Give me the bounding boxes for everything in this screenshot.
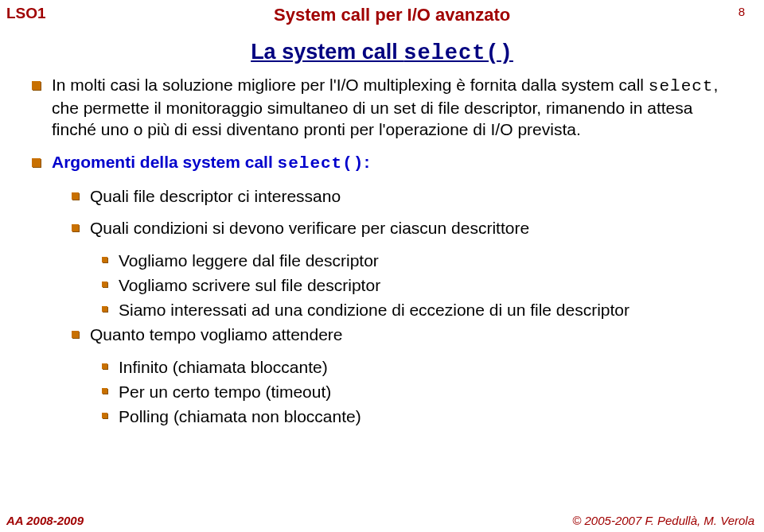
list-item-text: Quali condizioni si devono verificare pe…: [90, 218, 529, 239]
slide-content: In molti casi la soluzione migliore per …: [0, 65, 764, 427]
list-item-text: Per un certo tempo (timeout): [119, 382, 331, 403]
slide-footer: AA 2008-2009 © 2005-2007 F. Pedullà, M. …: [6, 514, 754, 527]
list-item-text: Argomenti della system call select():: [52, 152, 369, 175]
body-text: In molti casi la soluzione migliore per …: [52, 76, 649, 94]
bullet-icon: [72, 192, 79, 200]
title-code: select(): [403, 41, 513, 65]
body-text: Argomenti della system call: [52, 153, 278, 171]
header-topic: System call per I/O avanzato: [274, 5, 510, 25]
list-item-text: Polling (chiamata non bloccante): [119, 406, 361, 428]
bullet-icon: [72, 331, 79, 338]
academic-year: AA 2008-2009: [6, 514, 84, 527]
section-heading: Argomenti della system call select():: [52, 153, 369, 171]
body-text: :: [364, 153, 369, 171]
list-item: Vogliamo scrivere sul file descriptor: [102, 275, 732, 297]
list-item-text: Siamo interessati ad una condizione di e…: [119, 300, 630, 321]
title-prefix: La system call: [251, 40, 403, 64]
code-text: select(): [278, 154, 364, 173]
list-item: Per un certo tempo (timeout): [102, 382, 732, 403]
sub-sub-list: Infinito (chiamata bloccante)Per un cert…: [102, 357, 732, 428]
bullet-icon: [102, 413, 107, 418]
list-item: Vogliamo leggere dal file descriptor: [102, 250, 732, 272]
list-item-text: Vogliamo leggere dal file descriptor: [119, 250, 379, 272]
list-item-text: In molti casi la soluzione migliore per …: [52, 75, 732, 141]
sub-sub-list: Vogliamo leggere dal file descriptorVogl…: [102, 250, 732, 321]
list-item: Quanto tempo vogliamo attendere: [72, 324, 732, 346]
bullet-icon: [32, 158, 41, 167]
sub-list: Quali file descriptor ci interessanoQual…: [72, 186, 732, 428]
list-item: In molti casi la soluzione migliore per …: [32, 75, 732, 141]
list-item: Quali file descriptor ci interessano: [72, 186, 732, 208]
list-item-text: Quanto tempo vogliamo attendere: [90, 324, 343, 346]
page-number: 8: [739, 5, 745, 18]
bullet-icon: [102, 257, 107, 262]
bullet-icon: [72, 224, 79, 231]
bullet-icon: [102, 282, 107, 287]
list-item-text: Vogliamo scrivere sul file descriptor: [119, 275, 380, 297]
list-item: Quali condizioni si devono verificare pe…: [72, 218, 732, 239]
bullet-icon: [102, 363, 107, 369]
list-item: Argomenti della system call select():: [32, 152, 732, 175]
slide-header: LSO1 System call per I/O avanzato 8: [0, 0, 764, 25]
slide-title: La system call select(): [0, 40, 764, 65]
code-text: select: [649, 77, 714, 95]
list-item-text: Infinito (chiamata bloccante): [119, 357, 328, 379]
list-item: Polling (chiamata non bloccante): [102, 406, 732, 428]
bullet-icon: [32, 81, 41, 90]
bullet-icon: [102, 306, 107, 312]
list-item: Infinito (chiamata bloccante): [102, 357, 732, 379]
course-code: LSO1: [6, 5, 46, 22]
list-item: Siamo interessati ad una condizione di e…: [102, 300, 732, 321]
copyright: © 2005-2007 F. Pedullà, M. Verola: [572, 514, 754, 527]
list-item-text: Quali file descriptor ci interessano: [90, 186, 341, 208]
bullet-icon: [102, 388, 107, 394]
